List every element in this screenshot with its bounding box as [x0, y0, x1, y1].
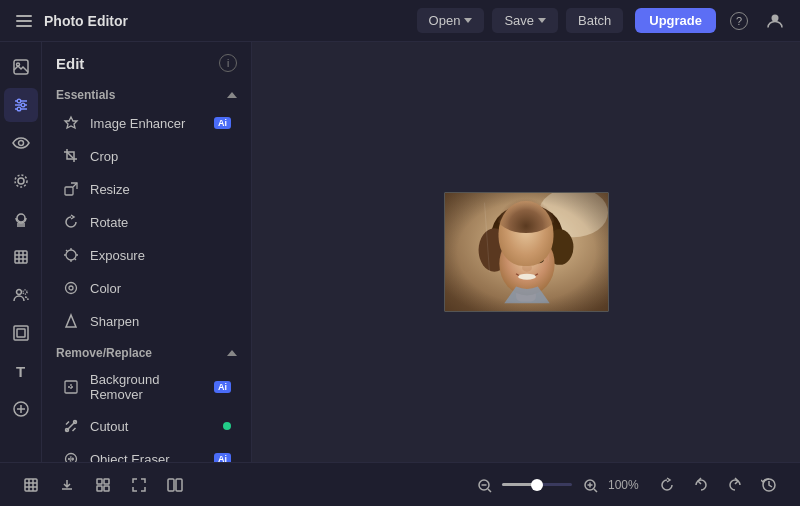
main-area: T Edit i Essentials Image En	[0, 42, 800, 462]
user-button[interactable]	[762, 8, 788, 34]
tool-image-enhancer[interactable]: Image Enhancer Ai	[48, 107, 245, 139]
remove-replace-section-header: Remove/Replace	[42, 338, 251, 364]
sidebar-btn-adjustments[interactable]	[4, 88, 38, 122]
tool-resize[interactable]: Resize	[48, 173, 245, 205]
tool-crop[interactable]: Crop	[48, 140, 245, 172]
open-button[interactable]: Open	[417, 8, 485, 33]
photo-canvas	[445, 193, 608, 311]
tool-sharpen[interactable]: Sharpen	[48, 305, 245, 337]
remove-replace-collapse-icon[interactable]	[227, 350, 237, 356]
svg-point-7	[21, 103, 25, 107]
svg-point-6	[17, 99, 21, 103]
tool-rotate[interactable]: Rotate	[48, 206, 245, 238]
fit-button[interactable]	[124, 470, 154, 500]
essentials-collapse-icon[interactable]	[227, 92, 237, 98]
eye-icon	[12, 134, 30, 152]
svg-point-21	[23, 290, 27, 294]
export-button[interactable]	[52, 470, 82, 500]
svg-point-12	[17, 214, 25, 222]
bottom-toolbar: 100%	[0, 462, 800, 506]
zoom-slider[interactable]	[502, 483, 572, 486]
app-header: Photo Editor Open Save Batch Upgrade ?	[0, 0, 800, 42]
sidebar-btn-text[interactable]: T	[4, 354, 38, 388]
svg-point-56	[515, 257, 519, 261]
object-eraser-icon	[62, 450, 80, 462]
layers-button[interactable]	[16, 470, 46, 500]
history-button[interactable]	[754, 470, 784, 500]
object-eraser-badge: Ai	[214, 453, 231, 462]
more-icon	[12, 400, 30, 418]
tools-panel: Edit i Essentials Image Enhancer Ai	[42, 42, 252, 462]
svg-point-11	[15, 175, 27, 187]
save-button[interactable]: Save	[492, 8, 558, 33]
sidebar-btn-image[interactable]	[4, 50, 38, 84]
svg-rect-22	[14, 326, 28, 340]
info-icon[interactable]: i	[219, 54, 237, 72]
svg-rect-71	[104, 486, 109, 491]
sidebar-btn-people[interactable]	[4, 278, 38, 312]
upgrade-button[interactable]: Upgrade	[635, 8, 716, 33]
photo-frame	[444, 192, 609, 312]
exposure-label: Exposure	[90, 248, 231, 263]
color-icon	[62, 279, 80, 297]
tool-background-remover[interactable]: Background Remover Ai	[48, 365, 245, 409]
zoom-minus-icon	[476, 477, 492, 493]
split-button[interactable]	[160, 470, 190, 500]
sidebar-btn-view[interactable]	[4, 126, 38, 160]
zoom-controls: 100%	[472, 473, 646, 497]
sidebar-btn-stamp[interactable]	[4, 202, 38, 236]
svg-rect-29	[65, 187, 73, 195]
grid-button[interactable]	[88, 470, 118, 500]
export-icon	[59, 477, 75, 493]
svg-rect-62	[445, 193, 608, 312]
crop-icon	[62, 147, 80, 165]
image-enhancer-badge: Ai	[214, 117, 231, 129]
zoom-plus-button[interactable]	[578, 473, 602, 497]
people-icon	[12, 286, 30, 304]
sharpen-label: Sharpen	[90, 314, 231, 329]
background-remover-icon	[62, 378, 80, 396]
sidebar-btn-layers[interactable]	[4, 240, 38, 274]
frame-icon	[12, 324, 30, 342]
header-left: Photo Editor	[12, 11, 405, 31]
tool-object-eraser[interactable]: Object Eraser Ai	[48, 443, 245, 462]
tool-cutout[interactable]: Cutout	[48, 410, 245, 442]
svg-point-38	[66, 283, 77, 294]
svg-point-8	[17, 107, 21, 111]
sidebar-btn-more[interactable]	[4, 392, 38, 426]
background-remover-badge: Ai	[214, 381, 231, 393]
resize-icon	[62, 180, 80, 198]
undo-button[interactable]	[686, 470, 716, 500]
tool-color[interactable]: Color	[48, 272, 245, 304]
sidebar-btn-frame[interactable]	[4, 316, 38, 350]
panel-title: Edit	[56, 55, 84, 72]
photo-svg	[445, 192, 608, 312]
history-icon	[761, 477, 777, 493]
sharpen-icon	[62, 312, 80, 330]
rotate-icon	[62, 213, 80, 231]
sidebar-btn-effects[interactable]	[4, 164, 38, 198]
svg-point-39	[69, 286, 73, 290]
object-eraser-label: Object Eraser	[90, 452, 204, 463]
svg-rect-15	[15, 251, 27, 263]
save-chevron-icon	[538, 18, 546, 23]
svg-rect-63	[25, 479, 37, 491]
refresh-button[interactable]	[652, 470, 682, 500]
svg-point-20	[16, 290, 21, 295]
adjustments-icon	[12, 96, 30, 114]
menu-button[interactable]	[12, 11, 36, 31]
svg-rect-68	[97, 479, 102, 484]
tool-exposure[interactable]: Exposure	[48, 239, 245, 271]
svg-line-80	[594, 489, 597, 492]
redo-button[interactable]	[720, 470, 750, 500]
batch-button[interactable]: Batch	[566, 8, 623, 33]
zoom-slider-thumb[interactable]	[531, 479, 543, 491]
hamburger-icon	[16, 15, 32, 27]
zoom-minus-button[interactable]	[472, 473, 496, 497]
image-enhancer-label: Image Enhancer	[90, 116, 204, 131]
resize-label: Resize	[90, 182, 231, 197]
split-icon	[167, 477, 183, 493]
help-button[interactable]: ?	[726, 8, 752, 34]
stamp-icon	[12, 210, 30, 228]
refresh-icon	[659, 477, 675, 493]
